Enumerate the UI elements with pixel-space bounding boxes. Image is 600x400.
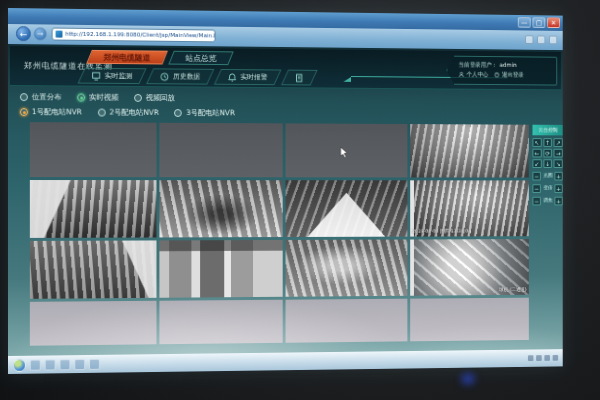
video-cell-r3c2[interactable] xyxy=(159,240,283,298)
video-cell-r2c4[interactable]: 2019-08-08 周四 13:38:04 xyxy=(410,180,529,236)
video-cell-r1c3[interactable] xyxy=(286,123,407,177)
video-cell-r2c3[interactable] xyxy=(286,180,407,237)
logout-link[interactable]: 退出登录 xyxy=(502,70,524,78)
ptz-up-button[interactable]: ↑ xyxy=(543,138,552,147)
url-text: http://192.168.1.199:8080/Client/jsp/Mai… xyxy=(65,31,215,39)
tab-label: 站点总览 xyxy=(186,52,217,63)
video-cell-r4c2[interactable] xyxy=(159,300,283,345)
favorites-icon[interactable] xyxy=(525,35,533,44)
start-button-icon[interactable] xyxy=(13,358,26,371)
settings-icon[interactable] xyxy=(549,36,557,45)
ptz-down-left-button[interactable]: ↙ xyxy=(532,159,541,168)
profile-link[interactable]: 个人中心 xyxy=(467,70,489,78)
forward-icon[interactable]: → xyxy=(34,27,47,40)
taskbar-app-icon[interactable] xyxy=(30,359,41,370)
video-cell-r1c2[interactable] xyxy=(159,123,283,178)
video-cell-r3c1[interactable] xyxy=(30,240,156,298)
tab-label: 郑州电缆隧道 xyxy=(104,52,151,63)
radio-icon xyxy=(20,93,28,101)
radio-selected-icon xyxy=(77,94,85,102)
minimize-icon[interactable]: — xyxy=(518,17,531,28)
menu-label: 实时报警 xyxy=(241,72,268,82)
system-tray xyxy=(528,355,558,361)
video-cell-r4c4[interactable] xyxy=(410,298,529,342)
menu-item-extra[interactable] xyxy=(281,70,318,86)
person-icon xyxy=(459,71,465,77)
radio-selected-icon xyxy=(20,108,28,116)
iris-minus-button[interactable]: − xyxy=(532,171,540,180)
taskbar-app-icon[interactable] xyxy=(60,359,71,370)
ptz-down-button[interactable]: ↓ xyxy=(543,159,552,168)
main-tabs: 郑州电缆隧道 站点总览 xyxy=(89,50,231,65)
radio-nvr-2[interactable]: 2号配电站NVR xyxy=(98,108,159,118)
video-cell-r3c4[interactable]: 球机 (二通道) xyxy=(410,239,529,296)
radio-label: 2号配电站NVR xyxy=(109,108,159,118)
radio-nvr-1[interactable]: 1号配电站NVR xyxy=(20,107,82,117)
user-info-panel: 当前登录用户： admin 个人中心 退出登录 xyxy=(447,56,558,86)
tray-icon[interactable] xyxy=(536,355,542,361)
ptz-up-right-button[interactable]: ↗ xyxy=(554,138,563,147)
nvr-select-radios: 1号配电站NVR 2号配电站NVR 3号配电站NVR xyxy=(20,107,235,118)
video-cell-r1c4[interactable] xyxy=(410,124,529,177)
tray-icon[interactable] xyxy=(544,355,549,361)
video-cell-r2c2[interactable] xyxy=(159,180,283,237)
radio-label: 位置分布 xyxy=(32,92,62,102)
radio-label: 视频回放 xyxy=(146,93,175,103)
video-cell-r1c1[interactable] xyxy=(30,122,156,177)
tray-icon[interactable] xyxy=(528,355,534,361)
ptz-down-right-button[interactable]: ↘ xyxy=(554,159,563,168)
maximize-icon[interactable]: ▢ xyxy=(532,17,545,28)
iris-plus-button[interactable]: + xyxy=(554,171,562,180)
menu-item-realtime-alarm[interactable]: 实时报警 xyxy=(214,69,282,85)
zoom-minus-button[interactable]: − xyxy=(532,184,540,193)
taskbar-app-icon[interactable] xyxy=(45,359,56,370)
logout-icon xyxy=(494,72,499,78)
address-bar[interactable]: http://192.168.1.199:8080/Client/jsp/Mai… xyxy=(52,28,216,43)
radio-live-video[interactable]: 实时视频 xyxy=(77,93,118,103)
ptz-auto-rotate-button[interactable]: ⟳ xyxy=(543,149,552,158)
ptz-up-left-button[interactable]: ↖ xyxy=(532,138,541,147)
menu-item-history-data[interactable]: 历史数据 xyxy=(146,68,214,84)
video-cell-r4c1[interactable] xyxy=(30,301,156,346)
alarm-bell-icon xyxy=(228,72,237,81)
tab-cable-tunnel[interactable]: 郑州电缆隧道 xyxy=(86,50,168,65)
window-controls: — ▢ ✕ xyxy=(518,17,560,28)
photo-background: — ▢ ✕ ← → http://192.168.1.199:8080/Clie… xyxy=(0,0,600,400)
monitor-icon xyxy=(92,71,101,80)
back-icon[interactable]: ← xyxy=(16,26,31,41)
radio-video-playback[interactable]: 视频回放 xyxy=(134,93,175,103)
taskbar-app-icon[interactable] xyxy=(89,358,100,369)
video-cell-r4c3[interactable] xyxy=(286,299,407,343)
ptz-right-button[interactable]: → xyxy=(554,149,563,158)
site-favicon-icon xyxy=(56,31,63,38)
zoom-label: 变倍 xyxy=(543,185,552,192)
view-mode-radios: 位置分布 实时视频 视频回放 xyxy=(20,92,175,103)
tab-site-overview[interactable]: 站点总览 xyxy=(168,51,233,65)
history-clock-icon xyxy=(160,72,169,81)
focus-plus-button[interactable]: + xyxy=(554,196,562,205)
focus-minus-button[interactable]: − xyxy=(532,196,540,205)
video-cell-r2c1[interactable] xyxy=(30,180,156,238)
radio-icon xyxy=(98,109,106,117)
menu-label: 历史数据 xyxy=(173,71,200,81)
radio-location-distribution[interactable]: 位置分布 xyxy=(20,92,62,102)
web-app-page: 郑州电缆隧道在线监测 郑州电缆隧道 站点总览 实时监测 xyxy=(8,44,563,356)
login-user-line: 当前登录用户： admin xyxy=(459,60,538,69)
zoom-plus-button[interactable]: + xyxy=(554,184,562,193)
camera-timestamp: 2019-08-08 周四 13:38:04 xyxy=(412,228,471,235)
taskbar-app-icon[interactable] xyxy=(74,359,85,370)
login-user-label: 当前登录用户： xyxy=(459,60,498,69)
tools-icon[interactable] xyxy=(537,35,545,44)
ptz-control-panel: 云台控制 ↖ ↑ ↗ ← ⟳ → ↙ ↓ ↘ − 光圈 + xyxy=(532,125,562,206)
monitor-screen: — ▢ ✕ ← → http://192.168.1.199:8080/Clie… xyxy=(8,8,563,374)
ptz-left-button[interactable]: ← xyxy=(532,149,541,158)
tray-icon[interactable] xyxy=(553,355,558,361)
mouse-cursor-icon xyxy=(339,146,348,159)
radio-nvr-3[interactable]: 3号配电站NVR xyxy=(174,108,235,118)
radio-label: 3号配电站NVR xyxy=(186,108,235,118)
video-cell-r3c3[interactable] xyxy=(286,240,407,297)
menu-item-realtime-monitor[interactable]: 实时监测 xyxy=(78,68,147,84)
radio-label: 1号配电站NVR xyxy=(32,107,82,117)
ptz-focus-row: − 调焦 + xyxy=(532,196,562,206)
close-icon[interactable]: ✕ xyxy=(547,17,560,28)
